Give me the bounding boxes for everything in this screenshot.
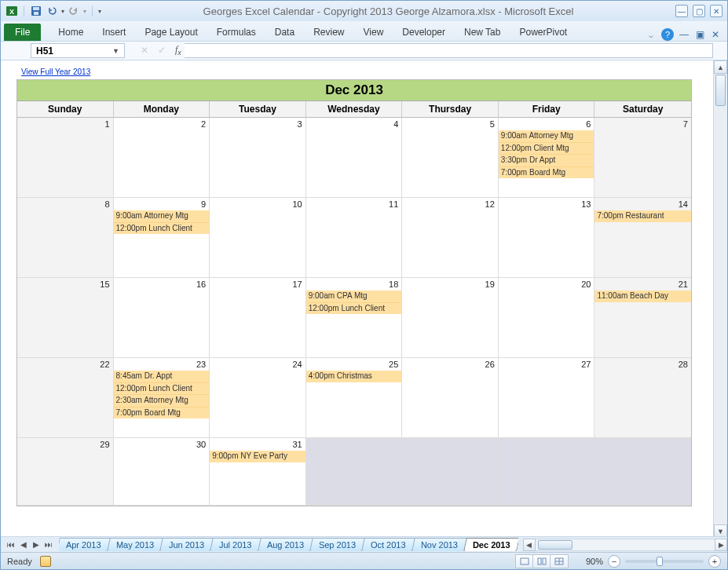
calendar-event[interactable]: 2:30am Attorney Mtg [114,395,210,407]
workbook-minimize-icon[interactable]: — [679,29,690,40]
calendar-event[interactable]: 9:00am CPA Mtg [306,290,402,303]
hscroll-track[interactable] [536,539,715,551]
ribbon-tab-new-tab[interactable]: New Tab [455,24,510,41]
calendar-event[interactable]: 7:00pm Board Mtg [114,407,210,419]
calendar-cell[interactable]: 319:00pm NY Eve Party [210,438,306,506]
sheet-tab-aug-2013[interactable]: Aug 2013 [258,538,313,551]
calendar-event[interactable]: 4:00pm Christmas [306,371,402,382]
calendar-cell[interactable]: 8 [17,198,114,278]
calendar-event[interactable]: 12:00pm Client Mtg [499,143,594,155]
zoom-out-button[interactable]: − [608,555,620,568]
ribbon-tab-home[interactable]: Home [49,24,93,41]
ribbon-tab-insert[interactable]: Insert [93,24,135,41]
horizontal-scrollbar[interactable]: ◀ ▶ [523,539,728,551]
calendar-cell[interactable]: 29 [17,438,114,506]
calendar-cell[interactable]: 19 [402,278,499,358]
zoom-percent[interactable]: 90% [576,557,603,566]
help-icon[interactable]: ? [661,28,674,41]
ribbon-tab-powerpivot[interactable]: PowerPivot [510,24,576,41]
zoom-in-button[interactable]: + [708,555,721,568]
calendar-event[interactable]: 11:00am Beach Day [594,290,691,302]
calendar-cell[interactable]: 10 [210,198,306,278]
calendar-event[interactable]: 9:00am Attorney Mtg [499,130,594,143]
normal-view-button[interactable] [516,555,533,568]
calendar-cell[interactable]: 3 [210,118,306,198]
page-layout-view-button[interactable] [533,555,551,568]
calendar-event[interactable]: 12:00pm Lunch Client [306,303,402,315]
save-icon[interactable] [30,5,42,17]
hscroll-left-button[interactable]: ◀ [523,539,536,551]
calendar-event[interactable]: 12:00pm Lunch Client [114,383,210,396]
calendar-event[interactable]: 9:00am Attorney Mtg [114,210,210,223]
sheet-tab-jun-2013[interactable]: Jun 2013 [159,538,214,551]
close-button[interactable]: ✕ [710,5,723,17]
calendar-cell[interactable]: 15 [17,278,114,358]
minimize-button[interactable]: — [675,5,688,17]
calendar-cell[interactable]: 16 [114,278,210,358]
calendar-cell[interactable]: 2111:00am Beach Day [594,278,691,358]
calendar-cell[interactable]: 189:00am CPA Mtg12:00pm Lunch Client [306,278,403,358]
calendar-event[interactable]: 12:00pm Lunch Client [114,223,210,235]
calendar-cell[interactable]: 24 [210,358,306,438]
ribbon-tab-view[interactable]: View [354,24,393,41]
tab-next-button[interactable]: ▶ [31,540,42,549]
calendar-cell[interactable]: 12 [402,198,499,278]
macro-record-icon[interactable] [40,556,51,567]
workbook-restore-icon[interactable]: ▣ [694,29,705,40]
calendar-cell[interactable]: 2 [114,118,210,198]
hscroll-right-button[interactable]: ▶ [715,539,727,551]
view-full-year-link[interactable]: View Full Year 2013 [16,66,90,79]
calendar-cell[interactable]: 22 [17,358,114,438]
ribbon-tab-page-layout[interactable]: Page Layout [135,24,207,41]
calendar-cell[interactable]: 13 [499,198,595,278]
calendar-cell[interactable]: 20 [499,278,595,358]
calendar-cell[interactable]: 4 [306,118,403,198]
name-box-dropdown-icon[interactable]: ▼ [112,47,119,55]
undo-icon[interactable] [46,5,58,17]
page-break-view-button[interactable] [551,555,568,568]
tab-first-button[interactable]: ⏮ [5,540,16,549]
ribbon-tab-developer[interactable]: Developer [393,24,455,41]
fx-icon[interactable]: fx [172,44,185,57]
redo-icon[interactable] [68,5,80,17]
ribbon-tab-data[interactable]: Data [265,24,304,41]
name-box[interactable]: H51 ▼ [31,43,125,58]
calendar-cell[interactable]: 99:00am Attorney Mtg12:00pm Lunch Client [114,198,210,278]
sheet-tab-nov-2013[interactable]: Nov 2013 [412,538,467,551]
tab-prev-button[interactable]: ◀ [18,540,29,549]
calendar-cell[interactable]: 11 [306,198,403,278]
calendar-cell[interactable]: 69:00am Attorney Mtg12:00pm Client Mtg3:… [499,118,595,198]
zoom-slider-knob[interactable] [657,557,663,566]
formula-input[interactable] [185,43,713,58]
sheet-tab-may-2013[interactable]: May 2013 [107,538,163,551]
calendar-event[interactable]: 7:00pm Restaurant [594,210,691,222]
calendar-cell[interactable]: 238:45am Dr. Appt12:00pm Lunch Client2:3… [114,358,210,438]
hscroll-thumb[interactable] [538,540,573,550]
calendar-cell[interactable]: 7 [594,118,691,198]
calendar-cell[interactable]: 254:00pm Christmas [306,358,403,438]
file-tab[interactable]: File [4,24,41,41]
ribbon-minimize-icon[interactable]: ⌵ [646,29,657,40]
worksheet-grid[interactable]: View Full Year 2013 Dec 2013 SundayMonda… [1,60,713,552]
vertical-scrollbar[interactable]: ▲ ▼ [713,60,727,552]
calendar-cell[interactable]: 5 [402,118,499,198]
sheet-tab-jul-2013[interactable]: Jul 2013 [210,538,261,551]
calendar-cell[interactable]: 27 [499,358,595,438]
calendar-cell[interactable]: 30 [114,438,210,506]
calendar-cell[interactable]: 26 [402,358,499,438]
sheet-tab-apr-2013[interactable]: Apr 2013 [59,538,110,551]
sheet-tab-dec-2013[interactable]: Dec 2013 [463,538,518,551]
calendar-cell[interactable]: 1 [17,118,114,198]
calendar-event[interactable]: 8:45am Dr. Appt [114,371,210,383]
calendar-cell[interactable]: 147:00pm Restaurant [594,198,691,278]
calendar-event[interactable]: 9:00pm NY Eve Party [210,451,305,462]
ribbon-tab-formulas[interactable]: Formulas [207,24,265,41]
sheet-tab-sep-2013[interactable]: Sep 2013 [309,538,365,551]
sheet-tab-oct-2013[interactable]: Oct 2013 [361,538,415,551]
calendar-cell[interactable]: 17 [210,278,306,358]
maximize-button[interactable]: ▢ [693,5,705,17]
scroll-up-button[interactable]: ▲ [714,60,727,74]
calendar-event[interactable]: 7:00pm Board Mtg [499,167,594,179]
ribbon-tab-review[interactable]: Review [304,24,353,41]
zoom-slider[interactable] [625,560,704,563]
